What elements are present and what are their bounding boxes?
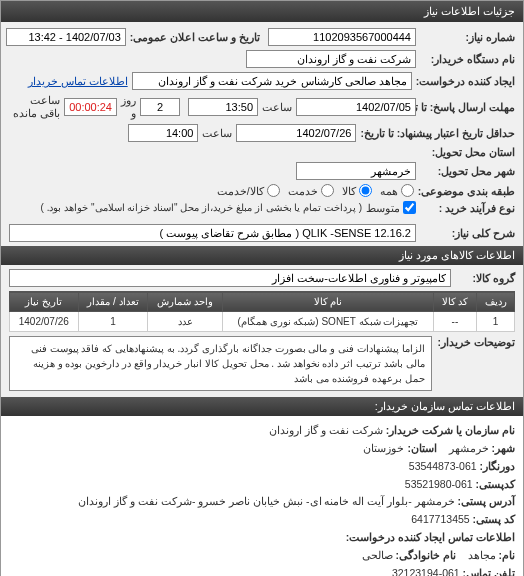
- postcode-value: 6417713455: [411, 513, 469, 525]
- category-label: طبقه بندی موضوعی:: [418, 185, 515, 197]
- process-note: ( پرداخت تمام یا بخشی از مبلغ خرید،از مح…: [41, 202, 362, 213]
- cat-goods-service-radio[interactable]: [267, 184, 280, 197]
- cell-code: --: [433, 312, 476, 332]
- goods-table: ردیف کد کالا نام کالا واحد شمارش تعداد /…: [9, 291, 515, 332]
- footer-province-label: استان:: [407, 442, 437, 454]
- notes-box: الزاما پیشنهادات فنی و مالی بصورت جداگان…: [9, 336, 432, 391]
- creator-label: ایجاد کننده درخواست:: [416, 75, 515, 87]
- phone-label: تلفن تماس:: [463, 567, 515, 576]
- name-value: مجاهد: [468, 549, 496, 561]
- th-name: نام کالا: [223, 292, 434, 312]
- cat-goods-service-label: کالا/خدمت: [217, 185, 264, 197]
- family-value: صالحی: [362, 549, 393, 561]
- deadline-label: مهلت ارسال پاسخ: تا تاریخ:: [420, 101, 515, 113]
- footer-city-label: شهر:: [492, 442, 516, 454]
- announce-field[interactable]: [6, 28, 126, 46]
- footer-city: خرمشهر: [449, 442, 489, 454]
- city-label: شهر محل تحویل:: [420, 165, 515, 177]
- address-label: آدرس پستی:: [458, 495, 515, 507]
- th-date: تاریخ نیاز: [10, 292, 79, 312]
- process-mid-label: متوسط: [366, 202, 400, 214]
- family-label: نام خانوادگی:: [395, 549, 455, 561]
- th-qty: تعداد / مقدار: [78, 292, 148, 312]
- req-no-label: شماره نیاز:: [420, 31, 515, 43]
- th-row: ردیف: [477, 292, 515, 312]
- deadline-time-field[interactable]: [188, 98, 258, 116]
- table-header-row: ردیف کد کالا نام کالا واحد شمارش تعداد /…: [10, 292, 515, 312]
- cell-name: تجهیزات شبکه SONET (شبکه نوری همگام): [223, 312, 434, 332]
- cat-service-label: خدمت: [288, 185, 318, 197]
- req-no-field[interactable]: [268, 28, 416, 46]
- subject-label: شرح کلی نیاز:: [420, 227, 515, 239]
- contact-link[interactable]: اطلاعات تماس خریدار: [28, 75, 128, 87]
- postcode-label: کد پستی:: [473, 513, 515, 525]
- city-field[interactable]: [296, 162, 416, 180]
- validity-time-field[interactable]: [128, 124, 198, 142]
- validity-label: حداقل تاریخ اعتبار پیشنهاد: تا تاریخ:: [360, 127, 515, 139]
- time-label-2: ساعت: [202, 127, 232, 140]
- category-radio-group: همه کالا خدمت کالا/خدمت: [217, 184, 414, 197]
- table-row[interactable]: 1 -- تجهیزات شبکه SONET (شبکه نوری همگام…: [10, 312, 515, 332]
- cat-all-label: همه: [380, 185, 398, 197]
- announce-label: تاریخ و ساعت اعلان عمومی:: [130, 31, 260, 43]
- goods-group-label: گروه کالا:: [455, 272, 515, 284]
- creator-field[interactable]: [132, 72, 412, 90]
- goods-section-title: اطلاعات کالاهای مورد نیاز: [1, 246, 523, 265]
- name-label: نام:: [499, 549, 516, 561]
- cat-service-radio[interactable]: [321, 184, 334, 197]
- org-value: شرکت نفت و گاز اروندان: [269, 424, 383, 436]
- cat-goods-label: کالا: [342, 185, 356, 197]
- fax-label: دورنگار:: [480, 460, 516, 472]
- province-label: استان محل تحویل:: [420, 146, 515, 158]
- time-label-1: ساعت: [262, 101, 292, 114]
- details-window: جزئیات اطلاعات نیاز شماره نیاز: تاریخ و …: [0, 0, 524, 576]
- org-label: نام سازمان یا شرکت خریدار:: [386, 424, 515, 436]
- address-value: خرمشهر -بلوار آیت اله خامنه ای- نبش خیاب…: [78, 495, 454, 507]
- validity-date-field[interactable]: [236, 124, 356, 142]
- device-label: نام دستگاه خریدار:: [420, 53, 515, 65]
- deadline-date-field[interactable]: [296, 98, 416, 116]
- th-unit: واحد شمارش: [148, 292, 223, 312]
- process-label: نوع فرآیند خرید :: [420, 202, 515, 214]
- phone-value: 061-32123194: [392, 567, 460, 576]
- cat-all-radio[interactable]: [401, 184, 414, 197]
- remain-label: ساعت باقی مانده: [9, 94, 60, 120]
- cell-date: 1402/07/26: [10, 312, 79, 332]
- footer-title: اطلاعات تماس سازمان خریدار:: [1, 397, 523, 416]
- footer-province: خوزستان: [363, 442, 404, 454]
- notes-label: توضیحات خریدار:: [438, 336, 515, 348]
- postal-value: 061-53521980: [405, 478, 473, 490]
- countdown: 00:00:24: [64, 98, 117, 116]
- device-field[interactable]: [246, 50, 416, 68]
- cell-row: 1: [477, 312, 515, 332]
- goods-group-field[interactable]: [9, 269, 451, 287]
- cell-qty: 1: [78, 312, 148, 332]
- window-titlebar: جزئیات اطلاعات نیاز: [1, 1, 523, 22]
- days-unit: روز و: [121, 94, 136, 120]
- th-code: کد کالا: [433, 292, 476, 312]
- days-field[interactable]: [140, 98, 180, 116]
- creator-contact-title: اطلاعات تماس ایجاد کننده درخواست:: [346, 531, 515, 543]
- postal-label: کدپستی:: [476, 478, 516, 490]
- subject-field[interactable]: [9, 224, 416, 242]
- main-content: شماره نیاز: تاریخ و ساعت اعلان عمومی: نا…: [1, 22, 523, 397]
- fax-value: 061-53544873: [409, 460, 477, 472]
- footer-content: نام سازمان یا شرکت خریدار: شرکت نفت و گا…: [1, 416, 523, 576]
- cell-unit: عدد: [148, 312, 223, 332]
- process-mid-checkbox[interactable]: [403, 201, 416, 214]
- cat-goods-radio[interactable]: [359, 184, 372, 197]
